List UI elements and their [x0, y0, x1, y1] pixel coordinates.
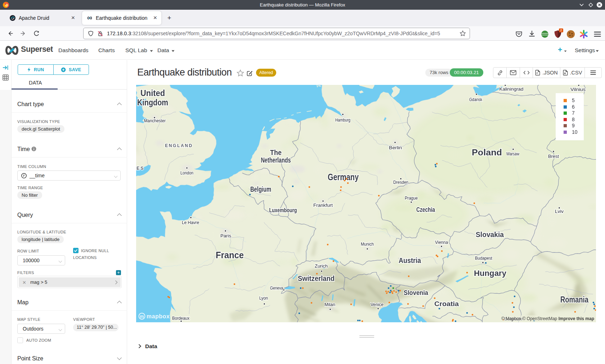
svg-text:Le Havre: Le Havre [182, 220, 199, 225]
svg-text:Vienna: Vienna [435, 240, 448, 245]
svg-text:Slovenia: Slovenia [404, 289, 429, 296]
svg-text:© Mapbox © OpenStreetMap Impro: © Mapbox © OpenStreetMap Improve this ma… [501, 316, 594, 321]
svg-text:5: 5 [572, 97, 575, 103]
svg-text:Gdansk: Gdansk [469, 97, 482, 102]
svg-text:7: 7 [572, 110, 575, 116]
svg-text:Germany: Germany [328, 172, 359, 182]
svg-text:Romania: Romania [560, 295, 588, 304]
svg-text:United: United [140, 88, 165, 98]
svg-text:The: The [270, 149, 282, 156]
svg-text:Czechia: Czechia [416, 206, 435, 213]
svg-text:Berlin: Berlin [389, 145, 402, 150]
svg-text:London: London [180, 170, 193, 176]
svg-text:ENGLAND: ENGLAND [165, 143, 193, 148]
svg-text:Bordeaux: Bordeaux [172, 315, 189, 321]
svg-text:Munich: Munich [361, 241, 374, 247]
svg-text:Hamburg: Hamburg [335, 117, 350, 123]
svg-text:mapbox: mapbox [147, 313, 170, 319]
svg-text:Dresden: Dresden [393, 179, 408, 185]
svg-text:Brest: Brest [548, 154, 559, 159]
svg-text:Slovakia: Slovakia [476, 231, 504, 238]
svg-text:Switzerland: Switzerland [298, 274, 335, 282]
svg-text:Milan: Milan [324, 302, 335, 307]
svg-text:Budapest: Budapest [475, 255, 492, 261]
svg-text:8: 8 [572, 117, 575, 122]
svg-text:ES: ES [136, 166, 145, 171]
svg-text:Lyon: Lyon [259, 295, 268, 301]
svg-text:10: 10 [572, 129, 578, 135]
svg-text:Poland: Poland [472, 147, 502, 157]
svg-text:Kingdom: Kingdom [137, 98, 168, 107]
svg-text:Kaliningrad: Kaliningrad [499, 86, 524, 92]
svg-text:Warsaw: Warsaw [506, 151, 519, 156]
svg-text:Lviv: Lviv [555, 209, 564, 214]
svg-text:9: 9 [572, 123, 575, 128]
svg-text:Netherlands: Netherlands [261, 156, 291, 164]
svg-text:Austria: Austria [399, 256, 421, 264]
svg-text:Manchester: Manchester [144, 118, 166, 123]
svg-text:Belgium: Belgium [250, 185, 271, 193]
svg-text:Hungary: Hungary [474, 269, 507, 278]
svg-text:Geneva: Geneva [270, 285, 283, 291]
svg-text:Zurich: Zurich [315, 263, 328, 269]
svg-text:m: m [140, 314, 144, 319]
svg-text:Prague: Prague [405, 195, 418, 201]
svg-text:6: 6 [572, 104, 575, 110]
svg-text:Paris: Paris [220, 233, 231, 238]
svg-text:France: France [216, 250, 244, 260]
svg-text:Venice: Venice [371, 302, 384, 307]
svg-text:Frankfurt: Frankfurt [313, 203, 333, 208]
svg-text:Croatia: Croatia [434, 300, 459, 308]
svg-text:Vilnius: Vilnius [570, 87, 586, 92]
svg-text:Luxembourg: Luxembourg [269, 207, 297, 213]
